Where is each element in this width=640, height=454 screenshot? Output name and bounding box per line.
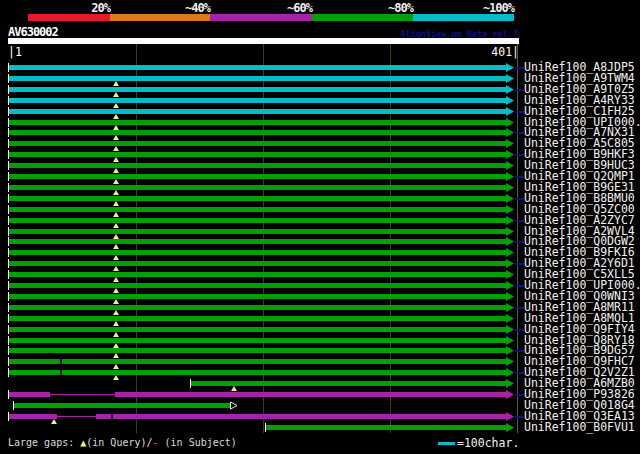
- alignment-bar[interactable]: [9, 338, 507, 343]
- label-link-dash: [515, 198, 524, 200]
- label-link-dash: [515, 416, 524, 418]
- label-link-dash: [515, 67, 524, 69]
- alignment-thin-gap-line[interactable]: [50, 394, 115, 395]
- alignment-bar[interactable]: [9, 109, 507, 114]
- query-gap-triangle-icon: [113, 92, 119, 97]
- query-gap-triangle-icon: [113, 223, 119, 228]
- alignment-bar[interactable]: [9, 239, 507, 244]
- alignment-bar[interactable]: [9, 305, 507, 310]
- alignment-bar[interactable]: [9, 261, 507, 266]
- query-gap-triangle-icon: [113, 212, 119, 217]
- alignment-bar[interactable]: [9, 348, 507, 353]
- alignment-bar[interactable]: [9, 98, 507, 103]
- arrowhead-icon: [506, 96, 514, 105]
- query-gap-triangle-icon: [113, 114, 119, 119]
- alignment-bar[interactable]: [113, 414, 507, 419]
- arrowhead-icon: [506, 172, 514, 181]
- alignment-bar[interactable]: [62, 359, 507, 364]
- arrowhead-icon: [506, 390, 514, 399]
- alignment-bar[interactable]: [9, 185, 507, 190]
- alignment-bar[interactable]: [9, 141, 507, 146]
- alignment-bar[interactable]: [9, 316, 507, 321]
- scale-segment-cyan: [413, 14, 514, 21]
- arrowhead-icon: [506, 368, 514, 377]
- alignment-bar[interactable]: [9, 65, 507, 70]
- label-link-dash: [515, 285, 524, 287]
- alignment-bar[interactable]: [9, 163, 507, 168]
- alignment-bar[interactable]: [9, 218, 507, 223]
- ruler-end-label: 401|: [491, 45, 519, 59]
- alignment-bar[interactable]: [9, 359, 60, 364]
- query-gap-triangle-icon: [113, 179, 119, 184]
- query-id: AV630002: [8, 25, 58, 39]
- alignment-bar[interactable]: [191, 381, 507, 386]
- alignment-bar[interactable]: [9, 174, 507, 179]
- query-gap-triangle-icon: [113, 190, 119, 195]
- label-link-dash: [515, 350, 524, 352]
- alignment-bar[interactable]: [9, 414, 57, 419]
- alignment-bar[interactable]: [9, 130, 507, 135]
- arrowhead-icon: [506, 346, 514, 355]
- gridline: [517, 44, 518, 433]
- alignment-bar[interactable]: [9, 327, 507, 332]
- arrowhead-icon: [506, 227, 514, 236]
- query-gap-triangle-icon: [113, 255, 119, 260]
- query-gap-triangle-icon: [113, 277, 119, 282]
- alignment-bar[interactable]: [9, 370, 60, 375]
- arrowhead-icon: [230, 401, 238, 410]
- query-gap-triangle-icon: [113, 364, 119, 369]
- alignment-bar[interactable]: [9, 207, 507, 212]
- gaps-legend-part: (in Query)/: [86, 437, 152, 448]
- arrowhead-icon: [506, 161, 514, 170]
- query-gap-triangle-icon: [113, 375, 119, 380]
- alignment-bar[interactable]: [62, 370, 507, 375]
- arrowhead-icon: [506, 423, 514, 432]
- alignment-bar[interactable]: [9, 76, 507, 81]
- arrowhead-icon: [506, 128, 514, 137]
- alignment-bar[interactable]: [9, 283, 507, 288]
- gaps-legend-part: (in Subject): [159, 437, 237, 448]
- alignment-bar[interactable]: [9, 120, 507, 125]
- query-gap-triangle-icon: [113, 103, 119, 108]
- arrowhead-icon: [506, 248, 514, 257]
- label-link-dash: [515, 89, 524, 91]
- alignment-bar[interactable]: [9, 196, 507, 201]
- arrowhead-icon: [506, 216, 514, 225]
- arrowhead-icon: [506, 205, 514, 214]
- arrowhead-icon: [506, 379, 514, 388]
- label-link-dash: [515, 241, 524, 243]
- arrowhead-icon: [506, 314, 514, 323]
- hit-label[interactable]: UniRef100_B0FVU1: [524, 422, 635, 434]
- query-gap-triangle-icon: [113, 244, 119, 249]
- scale-label: ~80%: [312, 1, 413, 13]
- gaps-legend-part: Large gaps:: [8, 437, 80, 448]
- scale-label: ~60%: [210, 1, 312, 13]
- alignment-thin-gap-line[interactable]: [57, 416, 96, 417]
- arrowhead-icon: [506, 107, 514, 116]
- arrowhead-icon: [506, 150, 514, 159]
- query-gap-triangle-icon: [113, 353, 119, 358]
- arrowhead-icon: [506, 85, 514, 94]
- alignment-bar[interactable]: [96, 414, 111, 419]
- scale-segment-orange: [110, 14, 210, 21]
- label-link-dash: [515, 132, 524, 134]
- alignment-bar[interactable]: [9, 87, 507, 92]
- query-gap-triangle-icon: [113, 201, 119, 206]
- alignment-bar[interactable]: [266, 425, 507, 430]
- alignment-bar[interactable]: [115, 392, 507, 397]
- query-gap-triangle-icon: [113, 288, 119, 293]
- alignment-bar[interactable]: [9, 152, 507, 157]
- scale-label: ~40%: [110, 1, 210, 13]
- arrowhead-icon: [506, 412, 514, 421]
- alignment-bar[interactable]: [14, 403, 230, 408]
- arrowhead-icon: [506, 118, 514, 127]
- alignment-bar[interactable]: [9, 229, 507, 234]
- scale-label: ~100%: [413, 1, 514, 13]
- alignment-bar[interactable]: [9, 272, 507, 277]
- alignment-bar[interactable]: [9, 392, 50, 397]
- alignment-bar[interactable]: [9, 250, 507, 255]
- alignment-bar[interactable]: [9, 294, 507, 299]
- query-gap-triangle-icon: [113, 332, 119, 337]
- arrowhead-icon: [506, 357, 514, 366]
- alignview-screen: 20%~40%~60%~80%~100% AV630002 AlignView.…: [0, 0, 640, 454]
